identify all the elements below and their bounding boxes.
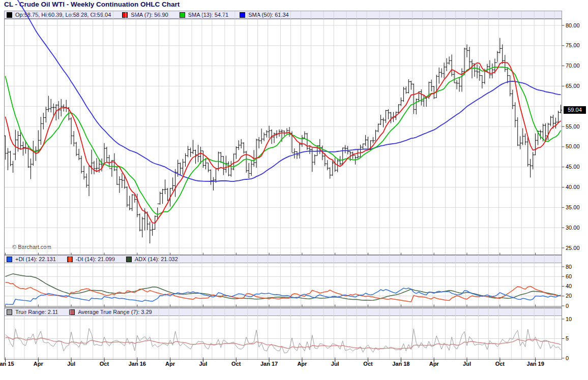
- adx-line: [6, 274, 561, 300]
- dmi-axis-label: 40: [566, 283, 572, 289]
- price-axis-label: 65.00: [566, 83, 580, 89]
- atr-axis-label: 5: [566, 335, 569, 341]
- legend-item-tr: True Range: 2.11: [7, 309, 58, 315]
- legend-item-adx: ADX (14): 21.032: [126, 256, 178, 262]
- last-price-tag: 59.04: [564, 106, 586, 114]
- sma7-line: [6, 62, 561, 224]
- ohlc-bars: [4, 38, 562, 244]
- ohlc-legend-label: Op:58.75, Hi:60.39, Lo:58.28, Cl:59.04: [15, 12, 111, 18]
- price-axis-label: 35.00: [566, 204, 580, 210]
- minus-di-legend-label: -DI (14): 21.099: [76, 256, 115, 262]
- atr-swatch-icon: [69, 309, 75, 315]
- sma13-line: [6, 67, 561, 214]
- sma7-swatch-icon: [122, 12, 128, 18]
- sma50-line: [6, 0, 561, 181]
- dmi-axis-label: 0: [566, 303, 569, 309]
- atr-line: [6, 337, 561, 349]
- atr-legend-label: Average True Range (7): 3.29: [78, 309, 152, 315]
- watermark: © Barchart.com: [12, 244, 51, 250]
- sma13-swatch-icon: [180, 12, 185, 18]
- time-axis-label: Jul: [67, 361, 75, 367]
- price-axis-label: 25.00: [566, 245, 580, 251]
- chart-canvas: [0, 0, 588, 380]
- time-axis-label: Apr: [34, 361, 43, 367]
- ohlc-swatch-icon: [7, 12, 12, 18]
- price-axis-label: 70.00: [566, 62, 580, 69]
- price-axis-label: 75.00: [566, 42, 580, 48]
- price-axis-label: 50.00: [566, 143, 580, 149]
- chart-title: CL - Crude Oil WTI - Weekly Continuation…: [4, 1, 180, 8]
- atr-axis-label: 0: [566, 355, 569, 361]
- tr-swatch-icon: [7, 309, 12, 315]
- legend-item-ohlc: Op:58.75, Hi:60.39, Lo:58.28, Cl:59.04: [7, 12, 111, 18]
- plus-di-legend-label: +DI (14): 22.131: [15, 256, 56, 262]
- legend-item-atr: Average True Range (7): 3.29: [69, 309, 152, 315]
- atr-axis-label: 10: [566, 316, 572, 322]
- legend-item-plus-di: +DI (14): 22.131: [7, 256, 56, 262]
- price-axis-label: 80.00: [566, 22, 580, 28]
- dmi-axis-label: 60: [566, 273, 572, 279]
- time-axis-label: Jul: [199, 361, 207, 367]
- sma7-legend-label: SMA (7): 56.90: [131, 12, 168, 18]
- time-axis-label: Jan 16: [129, 361, 146, 367]
- time-axis-label: Oct: [363, 361, 372, 367]
- legend-item-minus-di: -DI (14): 21.099: [67, 256, 115, 262]
- tr-legend-label: True Range: 2.11: [15, 309, 58, 315]
- time-axis-label: Jan 17: [260, 361, 278, 367]
- atr-legend: True Range: 2.11 Average True Range (7):…: [4, 308, 562, 316]
- legend-item-sma50: SMA (50): 61.34: [240, 12, 289, 18]
- time-axis-label: Jul: [331, 361, 339, 367]
- price-axis-label: 45.00: [566, 164, 580, 170]
- adx-legend-label: ADX (14): 21.032: [135, 256, 178, 262]
- barchart-page: { "header": { "title": "CL - Crude Oil W…: [0, 0, 588, 380]
- price-axis-label: 40.00: [566, 184, 580, 190]
- time-axis-label: Jul: [463, 361, 471, 367]
- true-range-line: [6, 329, 561, 354]
- sma50-swatch-icon: [240, 12, 245, 18]
- time-axis-label: Jan 15: [0, 361, 14, 367]
- plus-di-line: [6, 288, 561, 304]
- plus-di-swatch-icon: [7, 257, 12, 262]
- time-axis-label: Oct: [231, 361, 241, 367]
- time-axis-label: Apr: [297, 361, 307, 367]
- dmi-axis-label: 80: [566, 264, 572, 270]
- legend-item-sma13: SMA (13): 54.71: [180, 12, 229, 18]
- minus-di-swatch-icon: [67, 257, 73, 262]
- price-axis-label: 55.00: [566, 123, 580, 130]
- time-axis-label: Oct: [495, 361, 505, 367]
- time-axis-label: Apr: [165, 361, 175, 367]
- main-legend: Op:58.75, Hi:60.39, Lo:58.28, Cl:59.04 S…: [4, 11, 562, 19]
- time-axis-label: Apr: [429, 361, 439, 367]
- adx-swatch-icon: [126, 257, 132, 262]
- time-axis-label: Oct: [100, 361, 109, 367]
- time-axis-label: Jan 18: [392, 361, 409, 367]
- time-axis-label: Jan 19: [527, 361, 544, 367]
- price-axis-label: 30.00: [566, 225, 580, 231]
- legend-item-sma7: SMA (7): 56.90: [122, 12, 168, 18]
- minus-di-line: [6, 282, 561, 302]
- dmi-axis-label: 20: [566, 293, 572, 299]
- sma50-legend-label: SMA (50): 61.34: [248, 12, 289, 18]
- sma13-legend-label: SMA (13): 54.71: [188, 12, 229, 18]
- dmi-legend: +DI (14): 22.131 -DI (14): 21.099 ADX (1…: [4, 255, 562, 263]
